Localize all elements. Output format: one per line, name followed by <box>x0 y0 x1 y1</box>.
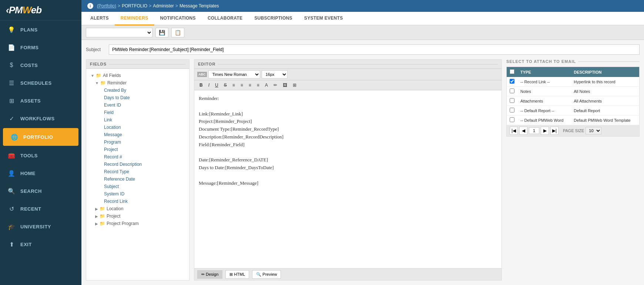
strikethrough-btn[interactable]: S <box>222 81 229 89</box>
page-size-select[interactable]: 10 25 50 <box>586 127 601 134</box>
row-checkbox-1[interactable] <box>510 88 514 93</box>
tree-item-record-#[interactable]: Record # <box>89 153 186 161</box>
sidebar-item-search[interactable]: 🔍 SEARCH <box>0 182 81 200</box>
tree-item-location[interactable]: ▶📁 Location <box>89 205 186 212</box>
row-description-4: Default PMWeb Word Template <box>571 115 639 125</box>
tab-subscriptions[interactable]: SUBSCRIPTIONS <box>248 12 298 26</box>
fields-panel-header: FIELDS <box>86 60 189 69</box>
sidebar-icon-plans: 💡 <box>7 25 16 34</box>
tab-notifications[interactable]: NOTIFICATIONS <box>154 12 202 26</box>
next-page-btn[interactable]: ▶ <box>541 127 549 135</box>
table-row: -- Default PMWeb Word Default PMWeb Word… <box>507 115 640 125</box>
page-size-label: PAGE SIZE <box>563 128 584 133</box>
sidebar-label-home: HOME <box>20 171 36 176</box>
preview-tab-btn[interactable]: 🔍 Preview <box>252 270 281 279</box>
table-btn[interactable]: ⊞ <box>291 81 299 89</box>
tree-item-subject[interactable]: Subject <box>89 183 186 190</box>
sidebar-item-plans[interactable]: 💡 PLANS <box>0 21 81 38</box>
tab-reminders[interactable]: REMINDERS <box>115 12 154 26</box>
field-label: System ID <box>104 191 124 197</box>
bold-btn[interactable]: B <box>197 81 205 89</box>
tree-item-field[interactable]: Field <box>89 109 186 116</box>
field-label: Record # <box>104 154 122 160</box>
tree-item-project-program[interactable]: ▶📁 Project Program <box>89 220 186 227</box>
first-page-btn[interactable]: |◀ <box>510 127 518 135</box>
tree-item-link[interactable]: Link <box>89 116 186 124</box>
align-right-btn[interactable]: ≡ <box>246 81 254 89</box>
sidebar-item-schedules[interactable]: ☰ SCHEDULES <box>0 74 81 92</box>
tree-item-reference-date[interactable]: Reference Date <box>89 175 186 183</box>
save-button[interactable]: 💾 <box>155 28 168 37</box>
breadcrumb-portfolio[interactable]: (Portfolio) <box>97 3 116 9</box>
row-checkbox-2[interactable] <box>510 98 514 103</box>
tree-item-location[interactable]: Location <box>89 124 186 131</box>
template-dropdown[interactable] <box>86 28 152 37</box>
tabs-bar: ALERTS REMINDERS NOTIFICATIONS COLLABORA… <box>81 12 644 26</box>
folder-icon: 📁 <box>96 73 101 78</box>
justify-btn[interactable]: ≡ <box>255 81 262 89</box>
tree-item-project[interactable]: ▶📁 Project <box>89 212 186 220</box>
tab-system-events[interactable]: SYSTEM EVENTS <box>298 12 349 26</box>
tree-item-event-id[interactable]: Event ID <box>89 101 186 109</box>
attach-panel-header: SELECT TO ATTACH TO EMAIL <box>506 59 640 64</box>
row-checkbox-4[interactable] <box>510 117 514 122</box>
html-tab-btn[interactable]: ⊞ HTML <box>225 270 249 279</box>
main-content: i (Portfolio) > PORTFOLIO > Administer >… <box>81 0 644 285</box>
folder-label: Location <box>107 206 123 211</box>
row-checkbox-0[interactable] <box>510 79 514 84</box>
sidebar-label-search: SEARCH <box>20 188 42 194</box>
tree-item-created-by[interactable]: Created By <box>89 87 186 94</box>
tree-item-reminder[interactable]: ▼📁 Reminder <box>89 79 186 87</box>
row-checkbox-cell <box>507 96 518 106</box>
sidebar-label-plans: PLANS <box>20 27 38 33</box>
sidebar-item-workflows[interactable]: ✓ WORKFLOWS <box>0 110 81 127</box>
folder-label: Project Program <box>107 221 139 226</box>
sidebar-label-costs: COSTS <box>20 63 38 68</box>
breadcrumb-message-templates: Message Templates <box>180 3 219 9</box>
sidebar-label-forms: FORMS <box>20 45 38 50</box>
tree-item-message[interactable]: Message <box>89 131 186 138</box>
prev-page-btn[interactable]: ◀ <box>519 127 527 135</box>
sidebar-item-university[interactable]: 🎓 UNIVERSITY <box>0 218 81 235</box>
last-page-btn[interactable]: ▶| <box>550 127 559 135</box>
col-type: TYPE <box>517 67 571 77</box>
tab-alerts[interactable]: ALERTS <box>84 12 115 26</box>
italic-btn[interactable]: I <box>206 81 212 89</box>
sidebar-icon-tools: 🧰 <box>7 151 16 160</box>
subject-input[interactable] <box>109 44 640 55</box>
highlight-btn[interactable]: ✏ <box>271 81 279 89</box>
font-color-btn[interactable]: A <box>263 81 270 89</box>
col-description: DESCRIPTION <box>571 67 639 77</box>
tree-item-days-to-date[interactable]: Days to Date <box>89 94 186 101</box>
sidebar-item-exit[interactable]: ⬆ EXIT <box>0 235 81 253</box>
align-center-btn[interactable]: ≡ <box>238 81 245 89</box>
design-tab-btn[interactable]: ✏ Design <box>197 270 222 279</box>
tree-item-record-link[interactable]: Record Link <box>89 198 186 205</box>
copy-button[interactable]: 📋 <box>171 28 184 37</box>
image-btn[interactable]: 🖼 <box>281 81 289 89</box>
editor-body[interactable]: Reminder:Link:[Reminder_Link]Project:[Re… <box>194 90 502 268</box>
font-select[interactable]: Times New Roman <box>208 70 260 78</box>
row-type-0: -- Record Link -- <box>517 77 571 87</box>
tree-item-record-description[interactable]: Record Description <box>89 161 186 168</box>
tree-item-all-fields[interactable]: ▼📁 All Fields <box>89 72 186 79</box>
sidebar-item-recent[interactable]: ↺ RECENT <box>0 200 81 218</box>
sidebar-item-forms[interactable]: 📄 FORMS <box>0 38 81 56</box>
page-number-input[interactable] <box>529 127 539 134</box>
tree-item-system-id[interactable]: System ID <box>89 190 186 198</box>
underline-btn[interactable]: U <box>213 81 221 89</box>
sidebar-item-assets[interactable]: ⊞ ASSETS <box>0 92 81 110</box>
tree-item-program[interactable]: Program <box>89 138 186 146</box>
tab-collaborate[interactable]: COLLABORATE <box>202 12 248 26</box>
sidebar-item-home[interactable]: 👤 HOME <box>0 164 81 182</box>
sidebar-item-portfolio[interactable]: 🌐 PORTFOLIO <box>3 128 78 146</box>
select-all-checkbox[interactable] <box>510 69 514 74</box>
size-select[interactable]: 16px <box>262 70 288 78</box>
tree-item-project[interactable]: Project <box>89 146 186 153</box>
align-left-btn[interactable]: ≡ <box>230 81 237 89</box>
sidebar-icon-schedules: ☰ <box>7 78 16 87</box>
tree-item-record-type[interactable]: Record Type <box>89 168 186 175</box>
sidebar-item-tools[interactable]: 🧰 TOOLS <box>0 147 81 164</box>
sidebar-item-costs[interactable]: $ COSTS <box>0 56 81 74</box>
row-checkbox-3[interactable] <box>510 108 514 113</box>
